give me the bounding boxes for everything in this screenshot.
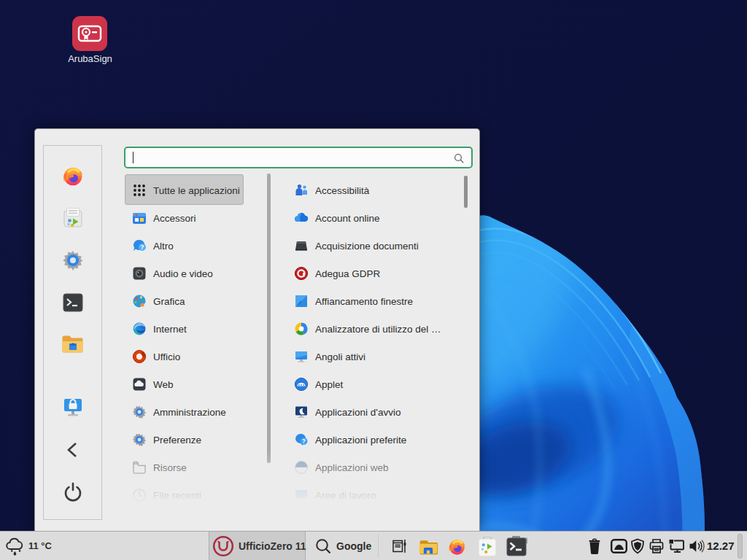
- svg-text:?: ?: [302, 438, 306, 445]
- svg-text:?: ?: [140, 244, 144, 251]
